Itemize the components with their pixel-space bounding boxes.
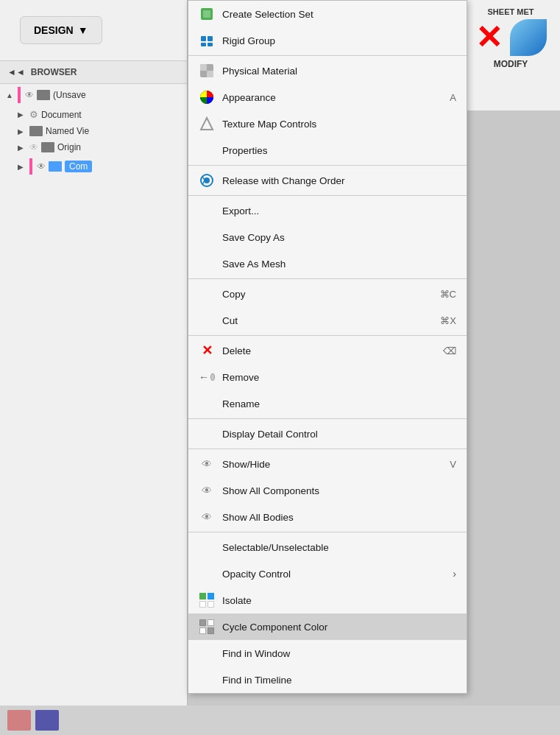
properties-icon (199, 142, 215, 158)
tree-label-unsaved: (Unsave (53, 90, 86, 100)
selectable-icon (199, 539, 215, 555)
svg-marker-10 (201, 118, 213, 130)
folder-icon (29, 126, 43, 136)
design-label: DESIGN (34, 24, 74, 36)
separator-3 (188, 195, 467, 196)
menu-label-physical-material: Physical Material (222, 66, 297, 77)
separator-6 (188, 418, 467, 419)
menu-label-save-as-mesh: Save As Mesh (222, 259, 286, 270)
svg-rect-2 (201, 36, 206, 41)
menu-item-find-in-window[interactable]: Find in Window (188, 640, 467, 667)
isolate-icon (199, 592, 215, 608)
separator-8 (188, 532, 467, 532)
design-button[interactable]: DESIGN ▼ (20, 16, 102, 44)
menu-label-display-detail: Display Detail Control (222, 429, 318, 440)
bottom-thumbnails (0, 706, 560, 735)
sidebar: DESIGN ▼ ◄◄ BROWSER ▲ 👁 (Unsave ▶ ⚙ Docu… (0, 0, 188, 735)
gear-icon: ⚙ (29, 109, 38, 120)
browser-label: BROWSER (31, 67, 77, 77)
menu-label-show-hide: Show/Hide (222, 459, 270, 470)
tree-label-component: Com (65, 161, 92, 172)
svg-rect-5 (208, 43, 213, 46)
menu-item-show-hide[interactable]: 👁 Show/Hide V (188, 451, 467, 477)
menu-item-opacity-control[interactable]: Opacity Control › (188, 560, 467, 587)
thumbnail-1[interactable] (7, 710, 31, 731)
svg-rect-4 (201, 43, 206, 46)
shortcut-show-hide: V (450, 459, 456, 470)
menu-item-export[interactable]: Export... (188, 197, 467, 224)
design-dropdown-icon: ▼ (78, 24, 88, 36)
menu-item-remove[interactable]: ← Remove (188, 364, 467, 390)
menu-label-selectable: Selectable/Unselectable (222, 542, 329, 553)
menu-item-show-all-bodies[interactable]: 👁 Show All Bodies (188, 504, 467, 530)
menu-label-delete: Delete (222, 345, 251, 356)
selection-set-icon (199, 6, 215, 22)
menu-item-save-copy-as[interactable]: Save Copy As (188, 224, 467, 250)
find-in-window-icon (199, 645, 215, 661)
separator-1 (188, 55, 467, 56)
remove-icon: ← (199, 369, 215, 385)
blue-tool-icon[interactable] (510, 19, 547, 56)
tree-item-component[interactable]: ▶ 👁 Com (0, 155, 187, 177)
tree-item-origin[interactable]: ▶ 👁 Origin (0, 139, 187, 155)
menu-item-create-selection-set[interactable]: Create Selection Set (188, 1, 467, 27)
expand-icon: ▶ (18, 163, 26, 171)
menu-label-find-in-window: Find in Window (222, 648, 290, 659)
x-close-icon[interactable]: ✕ (475, 21, 503, 54)
svg-rect-8 (207, 71, 213, 77)
folder-icon (37, 90, 50, 100)
component-icon (49, 161, 62, 172)
menu-item-appearance[interactable]: Appearance A (188, 84, 467, 110)
thumbnail-2[interactable] (35, 710, 59, 731)
menu-label-opacity-control: Opacity Control (222, 569, 291, 580)
menu-item-display-detail[interactable]: Display Detail Control (188, 421, 467, 447)
menu-label-save-copy-as: Save Copy As (222, 232, 285, 243)
menu-label-cycle-component-color: Cycle Component Color (222, 622, 327, 633)
menu-item-cut[interactable]: Cut ⌘X (188, 307, 467, 334)
menu-item-rigid-group[interactable]: Rigid Group (188, 27, 467, 54)
cut-icon (199, 312, 215, 328)
find-in-timeline-icon (199, 672, 215, 688)
menu-item-copy[interactable]: Copy ⌘C (188, 281, 467, 307)
browser-back-icon[interactable]: ◄◄ (7, 67, 25, 77)
expand-icon: ▲ (6, 91, 15, 99)
menu-item-selectable[interactable]: Selectable/Unselectable (188, 534, 467, 560)
toolbar-icons: ✕ (475, 19, 547, 56)
delete-icon: ✕ (199, 342, 215, 359)
save-as-mesh-icon (199, 256, 215, 272)
menu-item-find-in-timeline[interactable]: Find in Timeline (188, 667, 467, 693)
menu-label-properties: Properties (222, 145, 268, 156)
separator-5 (188, 335, 467, 336)
tree-item-document[interactable]: ▶ ⚙ Document (0, 106, 187, 123)
menu-item-cycle-component-color[interactable]: Cycle Component Color (188, 613, 467, 640)
tree-item-unsaved[interactable]: ▲ 👁 (Unsave (0, 84, 187, 106)
menu-item-delete[interactable]: ✕ Delete ⌫ (188, 337, 467, 364)
tree-item-named-views[interactable]: ▶ Named Vie (0, 123, 187, 139)
rigid-group-icon (199, 32, 215, 49)
menu-label-show-all-bodies: Show All Bodies (222, 512, 294, 523)
menu-item-isolate[interactable]: Isolate (188, 587, 467, 613)
menu-label-export: Export... (222, 205, 259, 217)
rename-icon (199, 395, 215, 412)
shortcut-cut: ⌘X (440, 315, 456, 326)
folder-icon (41, 142, 54, 152)
menu-item-show-all-components[interactable]: 👁 Show All Components (188, 477, 467, 504)
eye-icon: 👁 (25, 90, 34, 100)
tree-label-document: Document (41, 110, 82, 120)
pink-indicator (29, 158, 32, 175)
show-all-bodies-icon: 👁 (199, 509, 215, 525)
menu-label-create-selection-set: Create Selection Set (222, 9, 313, 20)
shortcut-appearance: A (450, 92, 456, 103)
menu-item-texture-map[interactable]: Texture Map Controls (188, 110, 467, 137)
menu-item-rename[interactable]: Rename (188, 390, 467, 417)
menu-item-properties[interactable]: Properties (188, 137, 467, 163)
sheet-met-label: SHEET MET (488, 7, 534, 16)
menu-label-find-in-timeline: Find in Timeline (222, 675, 292, 686)
shortcut-delete: ⌫ (443, 345, 456, 356)
menu-item-release-change-order[interactable]: Release with Change Order (188, 167, 467, 194)
appearance-icon (199, 89, 215, 105)
menu-item-physical-material[interactable]: Physical Material (188, 57, 467, 84)
menu-item-save-as-mesh[interactable]: Save As Mesh (188, 250, 467, 277)
menu-label-texture-map: Texture Map Controls (222, 119, 316, 130)
menu-label-rename: Rename (222, 398, 260, 409)
